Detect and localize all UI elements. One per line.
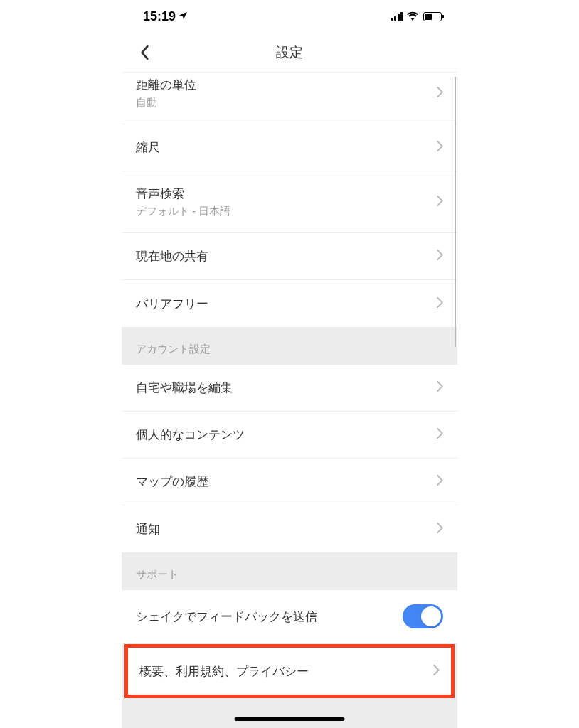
chevron-right-icon [437, 523, 443, 536]
row-text: バリアフリー [136, 296, 431, 312]
row-label: シェイクでフィードバックを送信 [136, 609, 403, 625]
back-button[interactable] [134, 43, 154, 63]
row-label: 現在地の共有 [136, 248, 431, 264]
row-about-terms-privacy[interactable]: 概要、利用規約、プライバシー [128, 648, 451, 695]
row-sublabel: 自動 [136, 96, 431, 109]
row-maps-history[interactable]: マップの履歴 [122, 459, 457, 505]
chevron-right-icon [437, 381, 443, 395]
home-indicator[interactable] [235, 717, 345, 721]
row-label: 音声検索 [136, 186, 431, 202]
row-label: 個人的なコンテンツ [136, 427, 431, 443]
settings-group-support: シェイクでフィードバックを送信 [122, 590, 457, 643]
row-text: 距離の単位 自動 [136, 77, 431, 109]
row-voice-search[interactable]: 音声検索 デフォルト - 日本語 [122, 171, 457, 233]
status-time-block: 15:19 [143, 9, 188, 24]
phone-frame: 15:19 設定 距離の単位 自動 [122, 0, 457, 728]
row-label: 通知 [136, 521, 431, 537]
settings-content[interactable]: 距離の単位 自動 縮尺 音声検索 デフォルト - 日本語 [122, 73, 457, 728]
settings-group-general: 距離の単位 自動 縮尺 音声検索 デフォルト - 日本語 [122, 73, 457, 327]
chevron-right-icon [437, 87, 443, 100]
row-text: 音声検索 デフォルト - 日本語 [136, 186, 431, 218]
settings-group-account: 自宅や職場を編集 個人的なコンテンツ マップの履歴 通知 [122, 365, 457, 552]
chevron-right-icon [437, 141, 443, 154]
chevron-right-icon [437, 428, 443, 441]
navigation-bar: 設定 [122, 33, 457, 73]
row-distance-unit[interactable]: 距離の単位 自動 [122, 73, 457, 124]
row-text: 縮尺 [136, 139, 431, 156]
status-time: 15:19 [143, 9, 176, 24]
row-scale[interactable]: 縮尺 [122, 124, 457, 171]
chevron-right-icon [437, 250, 443, 263]
section-header-account: アカウント設定 [122, 327, 457, 365]
row-notifications[interactable]: 通知 [122, 505, 457, 552]
row-shake-feedback[interactable]: シェイクでフィードバックを送信 [122, 590, 457, 643]
status-indicators [391, 9, 442, 24]
scroll-thumb[interactable] [455, 77, 457, 347]
row-personal-content[interactable]: 個人的なコンテンツ [122, 412, 457, 459]
row-label: 自宅や職場を編集 [136, 380, 431, 396]
row-label: マップの履歴 [136, 473, 431, 490]
row-accessibility[interactable]: バリアフリー [122, 280, 457, 327]
shake-feedback-toggle[interactable] [403, 604, 443, 628]
row-label: 距離の単位 [136, 77, 431, 93]
row-label: 縮尺 [136, 139, 431, 156]
chevron-right-icon [437, 196, 443, 209]
row-text: 概要、利用規約、プライバシー [139, 663, 427, 680]
row-text: 通知 [136, 521, 431, 537]
row-text: シェイクでフィードバックを送信 [136, 609, 403, 625]
status-bar: 15:19 [122, 0, 457, 33]
battery-icon [423, 12, 442, 21]
cellular-signal-icon [391, 12, 403, 21]
row-label: 概要、利用規約、プライバシー [139, 663, 427, 680]
row-text: 自宅や職場を編集 [136, 380, 431, 396]
row-location-share[interactable]: 現在地の共有 [122, 233, 457, 280]
row-text: マップの履歴 [136, 473, 431, 490]
location-services-icon [179, 11, 188, 22]
chevron-right-icon [433, 665, 440, 678]
section-header-support: サポート [122, 552, 457, 590]
scrollbar[interactable] [455, 77, 457, 700]
row-edit-home-work[interactable]: 自宅や職場を編集 [122, 365, 457, 412]
row-text: 個人的なコンテンツ [136, 427, 431, 443]
toggle-knob [421, 606, 441, 626]
row-text: 現在地の共有 [136, 248, 431, 264]
chevron-left-icon [139, 45, 149, 60]
page-title: 設定 [276, 43, 303, 62]
row-sublabel: デフォルト - 日本語 [136, 205, 431, 218]
row-label: バリアフリー [136, 296, 431, 312]
chevron-right-icon [437, 297, 443, 311]
wifi-icon [407, 9, 419, 24]
chevron-right-icon [437, 475, 443, 488]
highlighted-row: 概要、利用規約、プライバシー [124, 644, 455, 698]
